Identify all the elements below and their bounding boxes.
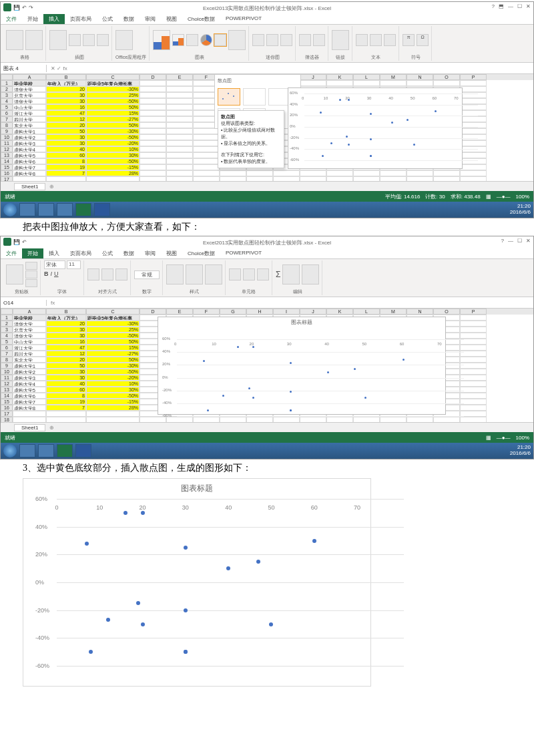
- tab-review[interactable]: 审阅: [140, 248, 161, 258]
- explorer-icon[interactable]: [19, 203, 35, 216]
- tab-review[interactable]: 审阅: [140, 14, 161, 24]
- worksheet-area[interactable]: ABCDEFGHIJKLMNOP1毕业学校年收入（万元）距毕业5年复合增长率2清…: [1, 309, 533, 422]
- pivotchart-icon[interactable]: [228, 30, 246, 50]
- fx-icon[interactable]: fx: [47, 300, 59, 306]
- taskbar-word-icon[interactable]: [94, 203, 110, 216]
- wordart-icon[interactable]: [384, 34, 396, 46]
- tab-layout[interactable]: 页面布局: [65, 14, 97, 24]
- find-select-icon[interactable]: [302, 264, 319, 285]
- tab-insert[interactable]: 插入: [43, 14, 65, 24]
- timeline-icon[interactable]: [313, 34, 325, 46]
- tab-view[interactable]: 视图: [161, 14, 182, 24]
- equation-icon[interactable]: π: [403, 34, 415, 46]
- embedded-chart[interactable]: 图表标题 -60%-40%-20%0%20%40%60%010203040506…: [158, 317, 446, 415]
- scatter-option-smooth[interactable]: [243, 88, 266, 106]
- system-clock[interactable]: 21:202016/6/6: [510, 445, 531, 457]
- tab-insert[interactable]: 插入: [43, 248, 65, 258]
- ribbon-toggle-icon[interactable]: ⬒: [499, 3, 504, 9]
- tab-view[interactable]: 视图: [161, 248, 182, 258]
- minimize-icon[interactable]: —: [508, 3, 513, 9]
- qat-undo-icon[interactable]: ↶: [22, 239, 27, 245]
- format-table-icon[interactable]: [186, 264, 203, 285]
- system-clock[interactable]: 21:202016/6/6: [510, 204, 531, 216]
- office-apps-icon[interactable]: [115, 30, 133, 50]
- view-normal-icon[interactable]: ▦: [486, 194, 491, 200]
- tab-home[interactable]: 开始: [22, 248, 43, 258]
- sparkline-column-icon[interactable]: [266, 34, 278, 46]
- zoom-slider[interactable]: —●—: [497, 435, 511, 441]
- align-center-icon[interactable]: [101, 268, 113, 280]
- taskbar-app-icon[interactable]: [38, 203, 54, 216]
- copy-icon[interactable]: [25, 270, 37, 278]
- tab-powerpivot[interactable]: POWERPIVOT: [220, 248, 267, 258]
- tab-home[interactable]: 开始: [22, 14, 43, 24]
- qat-undo-icon[interactable]: ↶: [22, 5, 27, 11]
- view-normal-icon[interactable]: ▦: [486, 435, 491, 441]
- start-button[interactable]: [3, 203, 17, 216]
- pivottable-icon[interactable]: [6, 30, 23, 50]
- merge-icon[interactable]: [115, 268, 127, 280]
- font-size-select[interactable]: 11: [67, 260, 81, 269]
- tab-data[interactable]: 数据: [118, 14, 140, 24]
- sheet-tab-1[interactable]: Sheet1: [14, 183, 45, 190]
- close-icon[interactable]: ✕: [526, 238, 531, 244]
- format-painter-icon[interactable]: [25, 279, 37, 287]
- maximize-icon[interactable]: ☐: [517, 238, 522, 244]
- tab-data[interactable]: 数据: [118, 248, 140, 258]
- header-footer-icon[interactable]: [370, 34, 382, 46]
- symbol-icon[interactable]: Ω: [417, 34, 429, 46]
- column-chart-icon[interactable]: [172, 34, 184, 46]
- taskbar-excel-icon[interactable]: [75, 203, 91, 216]
- fx-icon[interactable]: ✕ ✓ fx: [47, 65, 71, 71]
- tab-formulas[interactable]: 公式: [97, 248, 118, 258]
- scatter-chart-icon[interactable]: [214, 34, 226, 46]
- scatter-option-markers[interactable]: [218, 88, 240, 106]
- table-icon[interactable]: [25, 30, 43, 50]
- shapes-icon[interactable]: [69, 34, 81, 46]
- close-icon[interactable]: ✕: [526, 3, 531, 9]
- number-format-select[interactable]: 常规: [134, 270, 160, 279]
- start-button[interactable]: [3, 444, 17, 457]
- taskbar-word-icon[interactable]: [75, 444, 91, 457]
- explorer-icon[interactable]: [19, 444, 35, 457]
- worksheet-area[interactable]: ABCDEFGHIJKLMNOP1毕业学校年收入（万元）距毕业5年复合增长率2清…: [1, 74, 533, 181]
- screenshot-icon[interactable]: [97, 34, 109, 46]
- underline-icon[interactable]: U: [54, 270, 59, 277]
- paste-icon[interactable]: [6, 264, 23, 285]
- zoom-slider[interactable]: —●—: [497, 194, 511, 200]
- bold-icon[interactable]: B: [44, 270, 49, 277]
- sort-filter-icon[interactable]: [282, 264, 300, 285]
- autosum-icon[interactable]: Σ: [276, 270, 280, 279]
- name-box[interactable]: 图表 4: [1, 65, 47, 72]
- add-sheet-icon[interactable]: ⊕: [45, 184, 58, 190]
- minimize-icon[interactable]: —: [508, 238, 513, 244]
- slicer-icon[interactable]: [299, 34, 311, 46]
- tab-powerpivot[interactable]: POWERPIVOT: [220, 14, 267, 24]
- qat-save-icon[interactable]: 💾: [13, 5, 20, 11]
- line-chart-icon[interactable]: [186, 34, 198, 46]
- cut-icon[interactable]: [25, 262, 37, 270]
- tab-file[interactable]: 文件: [1, 14, 22, 24]
- embedded-chart[interactable]: -60%-40%-20%0%20%40%60%010203040506070: [288, 87, 463, 169]
- taskbar-app-icon[interactable]: [38, 444, 54, 457]
- hyperlink-icon[interactable]: [332, 30, 349, 50]
- sheet-tab-1[interactable]: Sheet1: [14, 424, 45, 431]
- tab-layout[interactable]: 页面布局: [65, 248, 97, 258]
- conditional-format-icon[interactable]: [166, 264, 184, 285]
- qat-redo-icon[interactable]: ↷: [29, 5, 33, 11]
- format-cells-icon[interactable]: [257, 268, 269, 280]
- italic-icon[interactable]: I: [51, 270, 53, 277]
- cell-styles-icon[interactable]: [205, 264, 222, 285]
- maximize-icon[interactable]: ☐: [517, 3, 522, 9]
- tab-choice[interactable]: Choice数据: [182, 248, 220, 258]
- pie-chart-icon[interactable]: [200, 34, 212, 46]
- smartart-icon[interactable]: [83, 34, 95, 46]
- recommended-charts-icon[interactable]: [153, 30, 170, 50]
- taskbar-excel-icon[interactable]: [57, 444, 73, 457]
- sparkline-winloss-icon[interactable]: [280, 34, 292, 46]
- align-left-icon[interactable]: [87, 268, 99, 280]
- tab-choice[interactable]: Choice数据: [182, 14, 220, 24]
- help-icon[interactable]: ?: [501, 238, 504, 244]
- add-sheet-icon[interactable]: ⊕: [45, 425, 58, 431]
- taskbar-app-icon[interactable]: [57, 203, 73, 216]
